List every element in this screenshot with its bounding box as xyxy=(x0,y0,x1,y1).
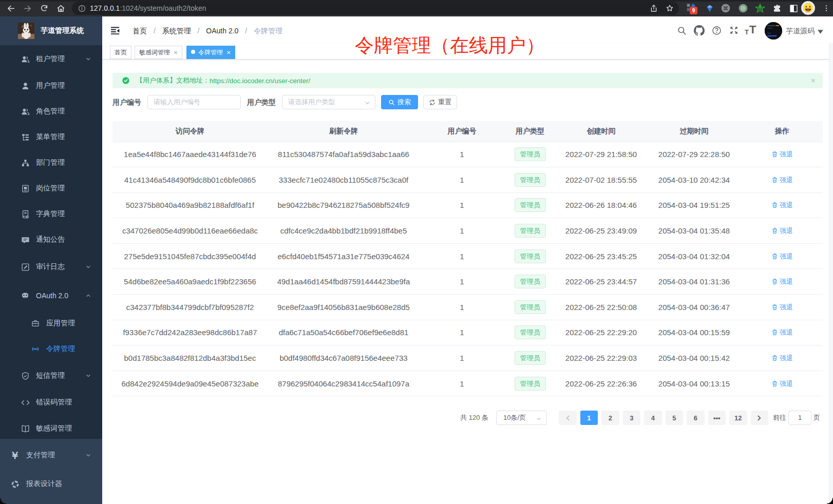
svg-text:⌘: ⌘ xyxy=(723,5,729,11)
